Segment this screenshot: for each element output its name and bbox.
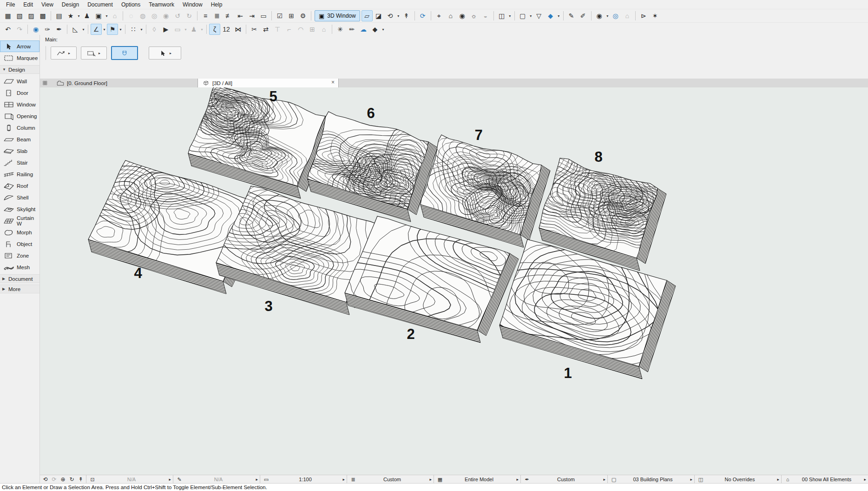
model-view-segment-arrow[interactable]: ▸ [514,477,519,482]
copy-elements-icon-dropdown[interactable]: ▾ [508,14,512,18]
library-manager-icon[interactable]: ♟ [81,10,92,21]
camera-icon-dropdown[interactable]: ▾ [605,14,610,18]
zoom-fit-segment-arrow[interactable]: ▸ [166,477,171,482]
indent-left-icon[interactable]: ⇤ [235,10,246,21]
indent-right-icon[interactable]: ⇥ [246,10,257,21]
menu-window[interactable]: Window [178,0,207,9]
menu-options[interactable]: Options [117,0,145,9]
tab-ground-floor[interactable]: [0. Ground Floor] [53,79,177,87]
marquee-method-button-dropdown[interactable]: ▸ [98,51,101,55]
tool-opening[interactable]: Opening [0,110,39,122]
find-select-icon[interactable]: ◌ [125,10,137,21]
renovation-filter-segment-arrow[interactable]: ▸ [861,477,866,482]
cutting-plane-icon[interactable]: ◒ [480,10,491,21]
zoom-next-icon[interactable]: ⟳ [50,476,58,483]
highlight-icon[interactable]: ◆ [545,10,556,21]
tool-door[interactable]: Door [0,87,39,99]
tool-skylight[interactable]: Skylight [0,203,39,215]
snap-guides-icon-dropdown[interactable]: ▾ [102,27,106,32]
graphic-override-segment[interactable]: ◫No Overrides▸ [694,475,781,484]
perspective-view-icon[interactable]: ▱ [362,10,373,21]
menu-view[interactable]: View [37,0,58,9]
settings-wizard-icon[interactable]: ⚙ [297,10,309,21]
filter-elements-icon[interactable]: ▽ [533,10,545,21]
menu-edit[interactable]: Edit [19,0,37,9]
favorites-icon-dropdown[interactable]: ▾ [77,14,81,18]
marquee-3d-icon[interactable]: ▢ [517,10,528,21]
resize-icon[interactable]: ⊞ [307,24,318,35]
replace-back-icon[interactable]: ↺ [172,10,183,21]
camera-settings-icon[interactable]: ◎ [610,10,621,21]
tool-column[interactable]: Column [0,122,39,133]
selection-method-button[interactable]: ▸ [51,46,77,60]
sticky-mode-button[interactable] [111,46,138,60]
pen-set-segment[interactable]: ✒Custom▸ [520,475,607,484]
edit-nodes-icon[interactable]: ✳ [335,24,346,35]
tool-zone[interactable]: Zone [0,250,39,261]
search-again-icon[interactable]: ◎ [149,10,160,21]
orbit-mode-icon[interactable]: ⟲ [385,10,396,21]
tool-curtain[interactable]: Curtain W [0,215,39,226]
publish-icon[interactable]: ▩ [37,10,48,21]
adjust-icon[interactable]: ⇄ [260,24,271,35]
save-icon[interactable]: ▣ [93,10,104,21]
extend-icon[interactable]: ⊤ [272,24,283,35]
snap-guides-icon[interactable]: ∠ [91,24,102,35]
tool-mesh[interactable]: Mesh [0,261,39,273]
coordinate-snap-icon-dropdown[interactable]: ▾ [139,27,144,32]
split-icon[interactable]: ✂ [249,24,260,35]
tool-railing[interactable]: Railing [0,168,39,180]
arrow-quick-button-dropdown[interactable]: ▸ [169,51,172,55]
terrain-tile-7[interactable] [415,121,560,247]
tool-object[interactable]: Object [0,238,39,250]
save-icon-dropdown[interactable]: ▾ [105,14,109,18]
orbit-mode-icon-dropdown[interactable]: ▾ [396,14,401,18]
menu-file[interactable]: File [2,0,19,9]
highlight-icon-dropdown[interactable]: ▾ [557,14,561,18]
menu-document[interactable]: Document [83,0,117,9]
tool-shell[interactable]: Shell [0,192,39,203]
marquee-tool[interactable]: Marquee [0,52,39,64]
3d-window-button[interactable]: ▣3D Window [315,10,360,21]
snap-reference-icon-dropdown[interactable]: ▾ [118,27,123,32]
tool-wall[interactable]: Wall [0,75,39,87]
selection-method-button-dropdown[interactable]: ▸ [67,51,71,55]
cloud-sync-icon[interactable]: ☁ [358,24,369,35]
menu-design[interactable]: Design [58,0,83,9]
tool-roof[interactable]: Roof [0,180,39,192]
schedule-delete-icon[interactable]: ≢ [223,10,234,21]
favorites-icon[interactable]: ★ [65,10,76,21]
zoom-target-icon[interactable]: ⌖ [434,10,445,21]
paint-drop-icon[interactable]: ✐ [578,10,589,21]
pen-info-segment-arrow[interactable]: ▸ [253,477,258,482]
graphic-override-segment-arrow[interactable]: ▸ [775,477,779,482]
morph-tools-icon[interactable]: ◆ [369,24,381,35]
cursor-modes-icon[interactable]: ▶ [160,24,171,35]
tool-stair[interactable]: Stair [0,157,39,168]
guid-icon[interactable]: ▭ [258,10,269,21]
photorender-icon[interactable]: ✶ [650,10,661,21]
axonometry-view-icon[interactable]: ◪ [373,10,384,21]
flythrough-icon[interactable]: ⊳ [638,10,649,21]
editing-plane-icon[interactable]: ◊ [149,24,160,35]
model-view-segment[interactable]: ▦Entire Model▸ [434,475,520,484]
sun-study-icon[interactable]: ☼ [468,10,480,21]
coordinate-snap-icon[interactable]: ∷ [128,24,139,35]
morph-tools-icon-dropdown[interactable]: ▾ [381,27,385,32]
walk-mode-icon[interactable]: ↟ [401,10,412,21]
dimension-style-segment-arrow[interactable]: ▸ [688,477,692,482]
layer-combination-segment[interactable]: ≣Custom▸ [347,475,434,484]
guide-lines-icon-dropdown[interactable]: ▾ [81,27,85,32]
save-project-icon[interactable]: ▨ [26,10,37,21]
toolbox-section-document[interactable]: ▶Document [0,274,39,283]
frame-select-icon[interactable]: ▭ [172,24,183,35]
tab-close-icon[interactable]: × [331,79,335,86]
menu-help[interactable]: Help [207,0,227,9]
brush-icon[interactable]: ✎ [566,10,577,21]
toolbox-section-design[interactable]: ▼Design [0,65,39,74]
check-documents-icon[interactable]: ☑ [274,10,285,21]
undo-icon[interactable]: ↶ [2,24,13,35]
camera-tripod-icon[interactable]: ◉ [457,10,468,21]
virtual-building-icon[interactable]: ⌂ [622,10,633,21]
profile-select-icon-dropdown[interactable]: ▾ [200,27,204,32]
